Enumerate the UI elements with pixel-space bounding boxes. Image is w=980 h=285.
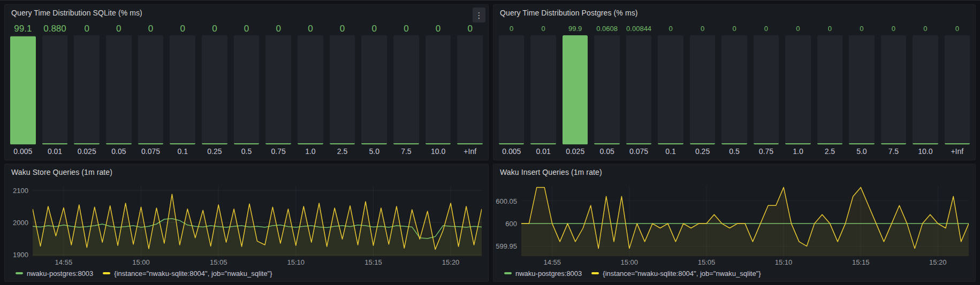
x-tick-label: 15:20 [442,258,460,266]
bucket-bar [530,35,556,144]
bucket-value: 0.0608 [594,22,619,35]
bucket-value: 0 [530,22,556,35]
histogram-bucket[interactable]: 01.0 [298,22,323,158]
bucket-value: 0 [138,22,164,35]
panel-title[interactable]: Query Time Distribution SQLite (% ms) [11,9,142,17]
bucket-value: 0 [499,22,524,35]
bucket-label: 0.075 [138,144,164,158]
y-axis: 210020001900 [8,186,33,256]
panel-header: Query Time Distribution SQLite (% ms) [5,5,488,21]
histogram-bucket[interactable]: 010.0 [426,22,451,158]
histogram-bucket[interactable]: 00.75 [754,22,779,158]
histogram-bucket[interactable]: 99.10.005 [10,22,36,158]
legend-swatch-icon [504,272,512,274]
bucket-value: 0 [265,22,291,35]
legend-item[interactable]: nwaku-postgres:8003 [504,269,582,278]
histogram-bucket[interactable]: 00.025 [74,22,100,158]
legend-label: {instance="nwaku-sqlite:8004", job="nwak… [114,269,272,278]
bucket-bar [457,35,483,144]
histogram-bucket[interactable]: 01.0 [785,22,810,158]
histogram-bucket[interactable]: 05.0 [361,22,387,158]
bucket-label: 0.005 [10,144,36,158]
bucket-bar [658,35,683,144]
bucket-value: 0 [817,22,842,35]
bucket-bar [754,35,779,144]
legend-item[interactable]: {instance="nwaku-sqlite:8004", job="nwak… [591,269,761,278]
bucket-value: 0 [690,22,715,35]
histogram-bucket[interactable]: 02.5 [330,22,355,158]
x-tick-label: 15:15 [852,258,870,266]
bucket-bar [202,35,227,144]
histogram-bucket[interactable]: 99.90.025 [563,22,588,158]
bucket-bar [690,35,715,144]
panel-query-time-sqlite: Query Time Distribution SQLite (% ms) ⋮ … [4,4,489,160]
bucket-bar [849,35,874,144]
histogram-bucket[interactable]: 00.75 [265,22,291,158]
histogram-bucket[interactable]: 00.05 [106,22,132,158]
histogram-bucket[interactable]: 00.005 [499,22,524,158]
histogram-bucket[interactable]: 0.06080.05 [594,22,619,158]
panel-menu-button[interactable]: ⋮ [473,7,485,22]
histogram-bucket[interactable]: 02.5 [817,22,842,158]
bucket-bar [10,35,36,144]
bucket-value: 0 [361,22,387,35]
histogram-bucket[interactable]: 07.5 [393,22,419,158]
histogram-bucket[interactable]: 0+Inf [945,22,970,158]
panel-waku-store-queries: Waku Store Queries (1m rate) 21002000190… [4,164,489,282]
timeseries-chart: 600.05600599.95 14:5515:0015:0515:1015:1… [493,180,975,281]
histogram-bucket[interactable]: 00.1 [170,22,195,158]
bucket-bar [393,35,419,144]
panel-title[interactable]: Query Time Distribution Postgres (% ms) [500,9,638,17]
bucket-bar [106,35,132,144]
legend-item[interactable]: {instance="nwaku-sqlite:8004", job="nwak… [103,269,272,278]
histogram-bucket[interactable]: 00.1 [658,22,683,158]
bucket-value: 0 [106,22,132,35]
bucket-value: 99.1 [10,22,36,35]
bucket-label: 0.1 [658,144,683,158]
panel-header: Waku Insert Queries (1m rate) [493,164,975,180]
bucket-value: 0.880 [42,22,68,35]
panel-query-time-postgres: Query Time Distribution Postgres (% ms) … [493,4,976,160]
panel-header: Waku Store Queries (1m rate) [5,164,488,180]
histogram-bucket[interactable]: 00.5 [234,22,260,158]
bucket-label: 0.5 [234,144,260,158]
bucket-value: 0 [945,22,970,35]
bucket-label: 7.5 [881,144,906,158]
histogram-bucket[interactable]: 010.0 [913,22,938,158]
histogram-bucket[interactable]: 0.8800.01 [42,22,68,158]
bucket-value: 0 [426,22,451,35]
legend-label: nwaku-postgres:8003 [515,269,582,278]
y-tick-label: 2000 [13,219,28,227]
panel-header: Query Time Distribution Postgres (% ms) [493,5,975,21]
bucket-bar [913,35,938,144]
bucket-bar [42,35,68,144]
x-tick-label: 15:10 [287,258,305,266]
bucket-label: 0.025 [563,144,588,158]
histogram-bucket[interactable]: 00.5 [721,22,747,158]
bucket-label: 7.5 [393,144,419,158]
histogram-bucket[interactable]: 05.0 [849,22,874,158]
x-tick-label: 15:00 [132,258,150,266]
panel-title[interactable]: Waku Insert Queries (1m rate) [500,168,602,176]
bucket-label: 2.5 [817,144,842,158]
bucket-label: 5.0 [361,144,387,158]
histogram-bucket[interactable]: 07.5 [881,22,906,158]
panel-title[interactable]: Waku Store Queries (1m rate) [11,168,112,176]
histogram-bucket[interactable]: 00.075 [138,22,164,158]
plot-area[interactable] [521,186,969,256]
legend-swatch-icon [591,272,599,274]
histogram-bucket[interactable]: 0+Inf [457,22,483,158]
histogram-bucket[interactable]: 0.008440.075 [626,22,651,158]
histogram-bucket[interactable]: 00.25 [690,22,715,158]
bucket-bar [594,35,619,144]
bucket-label: 10.0 [426,144,451,158]
legend-item[interactable]: nwaku-postgres:8003 [16,269,93,278]
histogram-bucket[interactable]: 00.01 [530,22,556,158]
histogram-bucket[interactable]: 00.25 [202,22,227,158]
bucket-value: 0 [202,22,227,35]
plot-area[interactable] [33,186,482,256]
x-tick-label: 14:55 [543,258,561,266]
bucket-label: 1.0 [785,144,810,158]
legend-label: nwaku-postgres:8003 [27,269,93,278]
legend: nwaku-postgres:8003{instance="nwaku-sqli… [8,266,482,280]
